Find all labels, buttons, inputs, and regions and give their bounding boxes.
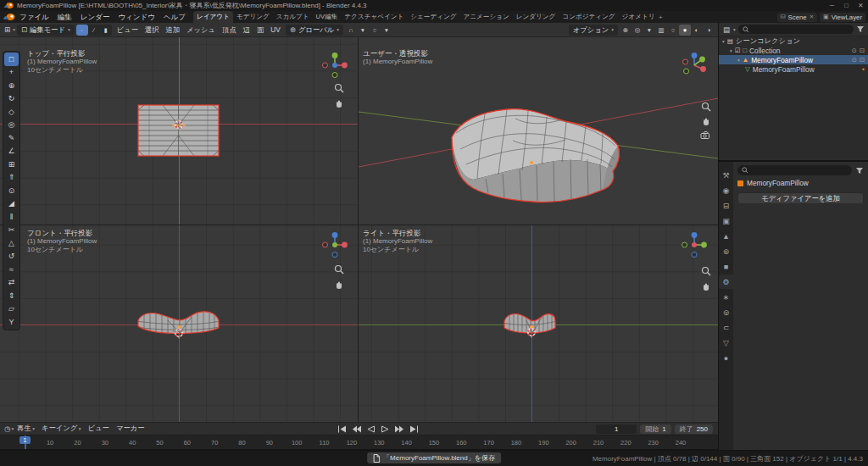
workspace-tab-layout[interactable]: レイアウト bbox=[193, 11, 233, 23]
outliner-editor-icon[interactable]: ▤ bbox=[722, 25, 731, 34]
hide-eye-icon[interactable]: ⊙ bbox=[851, 56, 856, 64]
viewport-menu[interactable]: 選択 bbox=[142, 23, 163, 37]
shear-tool[interactable]: ▱ bbox=[4, 302, 19, 316]
rip-region-tool[interactable]: Y bbox=[4, 315, 19, 329]
scene-selector[interactable]: ⛁Scene✕ bbox=[777, 13, 817, 22]
add-cube-tool[interactable]: ⊞ bbox=[4, 158, 19, 171]
unlink-scene-icon[interactable]: ✕ bbox=[810, 14, 814, 20]
viewport-menu[interactable]: 頂点 bbox=[219, 23, 240, 37]
bevel-tool[interactable]: ◢ bbox=[4, 197, 19, 211]
viewport-menu[interactable]: メッシュ bbox=[183, 23, 219, 37]
outliner-row-scene-collection[interactable]: ▾ ▤ シーンコレクション bbox=[719, 36, 868, 46]
timeline-menu-marker[interactable]: マーカー bbox=[113, 422, 148, 435]
tool-tab[interactable]: ⚒ bbox=[719, 168, 733, 182]
jump-to-start-button[interactable] bbox=[336, 424, 348, 434]
proportional-caret-icon[interactable]: ▾ bbox=[381, 25, 392, 36]
zoom-icon[interactable] bbox=[701, 102, 711, 112]
workspace-tab-animation[interactable]: アニメーション bbox=[460, 11, 513, 23]
viewport-front-ortho[interactable]: フロント・平行投影 (1) MemoryFoamPillow 10センチメートル bbox=[0, 225, 358, 422]
timeline-menu-playback[interactable]: 再生 ▾ bbox=[14, 422, 38, 435]
shrink-fatten-tool[interactable]: ⇕ bbox=[4, 289, 19, 302]
viewport-menu[interactable]: 辺 bbox=[240, 23, 253, 37]
mode-dropdown[interactable]: ⊡編集モード▾ bbox=[17, 25, 75, 36]
workspace-tab-modeling[interactable]: モデリング bbox=[233, 11, 273, 23]
shading-solid-icon[interactable]: ● bbox=[679, 25, 691, 36]
poly-build-tool[interactable]: △ bbox=[4, 236, 19, 250]
scale-tool[interactable]: ◇ bbox=[4, 105, 19, 119]
editor-type-icon[interactable]: ⊞ bbox=[3, 25, 11, 34]
workspace-tab-compositing[interactable]: コンポジティング bbox=[559, 11, 618, 23]
object-tab[interactable]: ■ bbox=[719, 259, 733, 274]
viewport-menu[interactable]: UV bbox=[267, 23, 284, 37]
filter-funnel-icon[interactable] bbox=[855, 167, 864, 175]
workspace-tab-rendering[interactable]: レンダリング bbox=[513, 11, 559, 23]
particles-tab[interactable]: ∗ bbox=[719, 290, 733, 304]
edge-slide-tool[interactable]: ⇄ bbox=[4, 276, 19, 290]
transform-orientation-dropdown[interactable]: ⊛グローバル▾ bbox=[286, 25, 343, 36]
properties-search[interactable] bbox=[737, 165, 852, 175]
face-select-mode-button[interactable]: ▮ bbox=[100, 25, 112, 36]
outliner-search[interactable] bbox=[738, 25, 854, 34]
disclosure-triangle-icon[interactable]: ▾ bbox=[737, 58, 740, 63]
view-layer-selector[interactable]: ▣ViewLayer bbox=[820, 13, 865, 22]
pillow-mesh-front-view[interactable] bbox=[0, 225, 358, 422]
current-frame-field[interactable]: 1 bbox=[596, 424, 637, 434]
extrude-region-tool[interactable]: ⇑ bbox=[4, 171, 19, 185]
loop-cut-tool[interactable]: ‖ bbox=[4, 210, 19, 224]
timeline-editor-icon[interactable]: ◷ bbox=[3, 424, 11, 433]
viewport-menu[interactable]: ビュー bbox=[114, 23, 142, 37]
object-data-tab[interactable]: ▽ bbox=[719, 336, 733, 350]
annotate-tool[interactable]: ✎ bbox=[4, 131, 19, 145]
workspace-tab-uv[interactable]: UV編集 bbox=[313, 11, 342, 23]
disclosure-triangle-icon[interactable]: ▾ bbox=[722, 39, 725, 44]
filter-funnel-icon[interactable] bbox=[856, 25, 865, 33]
toggle-xray-icon[interactable]: ▥ bbox=[655, 25, 667, 36]
current-frame-marker-label[interactable]: 1 bbox=[19, 436, 31, 444]
show-gizmos-icon[interactable]: ⊕ bbox=[620, 25, 632, 36]
workspace-tab-texture-paint[interactable]: テクスチャペイント bbox=[341, 11, 407, 23]
move-view-hand-icon[interactable] bbox=[701, 116, 711, 126]
properties-search-input[interactable] bbox=[750, 167, 848, 175]
output-tab[interactable]: ⊟ bbox=[719, 198, 733, 213]
menubar-menu[interactable]: レンダー bbox=[76, 11, 114, 23]
play-button[interactable] bbox=[379, 424, 392, 434]
navigation-gizmo[interactable] bbox=[320, 230, 349, 259]
render-tab[interactable]: ◉ bbox=[719, 183, 733, 197]
zoom-icon[interactable] bbox=[334, 83, 344, 93]
menubar-menu[interactable]: ファイル bbox=[15, 11, 53, 23]
shading-rendered-icon[interactable]: ◑ bbox=[703, 25, 715, 36]
viewport-user-perspective[interactable]: ユーザー・透視投影 (1) MemoryFoamPillow bbox=[359, 37, 718, 225]
disable-render-icon[interactable]: ⊡ bbox=[860, 56, 865, 64]
move-view-hand-icon[interactable] bbox=[334, 98, 344, 108]
cursor-tool[interactable]: + bbox=[4, 66, 19, 80]
disclosure-triangle-icon[interactable]: ▾ bbox=[730, 48, 732, 53]
maximize-button[interactable]: □ bbox=[839, 2, 854, 9]
snap-magnet-icon[interactable]: ∩ bbox=[345, 25, 357, 36]
jump-to-next-keyframe-button[interactable] bbox=[393, 424, 406, 434]
outliner-row-collection[interactable]: ▾ ☑ □ Collection ⊙ ⊡ bbox=[719, 46, 868, 55]
viewport-menu[interactable]: 面 bbox=[253, 23, 267, 37]
pillow-mesh-perspective[interactable] bbox=[359, 37, 718, 225]
navigation-gizmo[interactable] bbox=[320, 51, 349, 80]
material-tab[interactable]: ● bbox=[719, 351, 733, 365]
vertex-select-mode-button[interactable]: ∙ bbox=[76, 25, 88, 36]
outliner-row-object[interactable]: ▾ ▲ MemoryFoamPillow ⊙ ⊡ bbox=[719, 55, 868, 64]
disable-render-icon[interactable]: ⊡ bbox=[860, 47, 865, 54]
view-layer-tab[interactable]: ▣ bbox=[719, 214, 733, 228]
frame-start-field[interactable]: 開始1 bbox=[640, 424, 670, 434]
mesh-options-dropdown[interactable]: オプション▾ bbox=[569, 25, 618, 36]
outliner-search-input[interactable] bbox=[751, 25, 849, 33]
pillow-mesh-right-view[interactable] bbox=[359, 225, 718, 422]
snap-caret-icon[interactable]: ▾ bbox=[357, 25, 369, 36]
inset-faces-tool[interactable]: ⊙ bbox=[4, 184, 19, 197]
camera-view-icon[interactable] bbox=[700, 130, 711, 140]
add-workspace-button[interactable]: + bbox=[655, 14, 666, 21]
minimize-button[interactable]: ─ bbox=[825, 2, 839, 9]
viewport-top-ortho[interactable]: トップ・平行投影 (1) MemoryFoamPillow 10センチメートル bbox=[0, 37, 358, 225]
outliner-row-mesh-data[interactable]: ▽ MemoryFoamPillow • bbox=[719, 64, 868, 74]
modifier-tab[interactable]: ⚙ bbox=[719, 275, 733, 289]
add-modifier-button[interactable]: モディファイアーを追加 bbox=[737, 192, 864, 204]
viewport-menu[interactable]: 追加 bbox=[163, 23, 184, 37]
shading-material-icon[interactable]: ◐ bbox=[691, 25, 703, 36]
move-view-hand-icon[interactable] bbox=[334, 280, 344, 290]
